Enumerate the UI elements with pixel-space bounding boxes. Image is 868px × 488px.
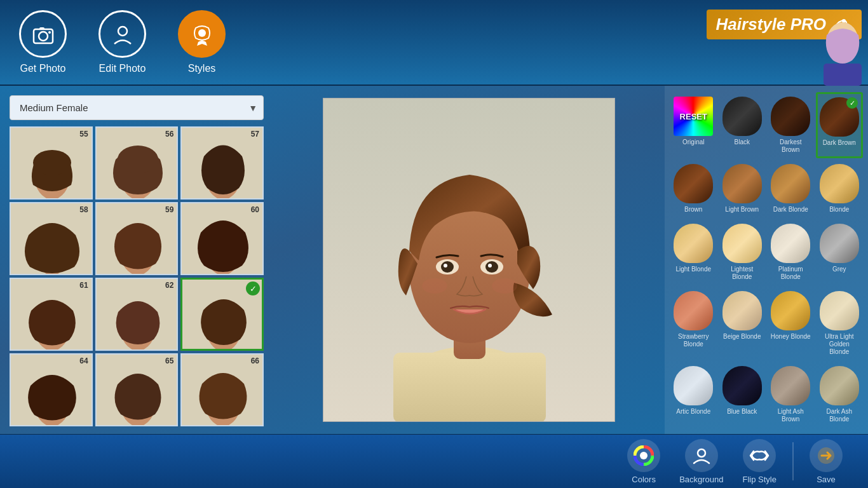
color-item-blonde[interactable]: Blonde	[816, 159, 864, 218]
styles-grid: 55 56 57	[10, 126, 264, 426]
svg-point-45	[488, 264, 492, 268]
style-item-62[interactable]: 62	[95, 278, 179, 351]
color-item-light-brown[interactable]: Light Brown	[719, 159, 766, 218]
style-item-58[interactable]: 58	[10, 202, 93, 275]
svg-point-5	[198, 29, 206, 37]
person-icon	[98, 10, 146, 58]
color-label-dark-ash-blonde: Dark Ash Blonde	[819, 408, 860, 423]
color-item-honey-blonde[interactable]: Honey Blonde	[767, 287, 815, 360]
color-swatch-ultra-light	[820, 291, 859, 330]
svg-point-49	[640, 452, 648, 459]
center-panel	[273, 86, 665, 434]
color-swatch-honey-blonde	[771, 291, 810, 330]
edit-photo-label: Edit Photo	[99, 63, 146, 74]
color-swatch-black	[722, 97, 762, 136]
colors-icon	[627, 439, 660, 472]
get-photo-label: Get Photo	[20, 63, 65, 74]
color-item-light-blonde[interactable]: Light Blonde	[670, 219, 717, 285]
color-swatch-artic-blonde	[674, 366, 713, 405]
logo-area: Hairstyle PRO	[690, 0, 868, 86]
color-label-light-blonde: Light Blonde	[675, 266, 711, 273]
color-swatch-dark-ash-blonde	[820, 366, 859, 405]
color-grid: RESET Original Black Darkest Brown Dark …	[670, 92, 863, 428]
color-item-dark-brown[interactable]: Dark Brown	[816, 92, 864, 158]
nav-get-photo[interactable]: Get Photo	[19, 10, 67, 74]
color-swatch-blue-black	[722, 366, 762, 405]
color-label-black: Black	[735, 139, 750, 146]
color-item-dark-ash-blonde[interactable]: Dark Ash Blonde	[816, 362, 864, 428]
color-item-lightest-blonde[interactable]: Lightest Blonde	[719, 219, 766, 285]
color-label-light-brown: Light Brown	[725, 206, 759, 214]
color-swatch-dark-blonde	[771, 164, 810, 203]
save-button[interactable]: Save	[810, 439, 843, 484]
color-item-darkest-brown[interactable]: Darkest Brown	[767, 92, 815, 158]
color-swatch-grey	[820, 224, 859, 263]
style-item-55[interactable]: 55	[10, 126, 93, 200]
bottom-bar: Colors Background Flip Style	[0, 434, 868, 488]
style-item-60[interactable]: 60	[180, 202, 264, 275]
nav-styles[interactable]: Styles	[178, 10, 226, 74]
color-swatch-brown	[674, 164, 713, 203]
svg-point-47	[492, 278, 517, 294]
background-button[interactable]: Background	[679, 439, 723, 484]
flip-style-button[interactable]: Flip Style	[743, 439, 776, 484]
color-swatch-blonde	[820, 164, 859, 203]
svg-point-44	[444, 264, 447, 268]
color-item-original[interactable]: RESET Original	[670, 92, 717, 158]
style-category-dropdown[interactable]: Medium Female Short Female Long Female S…	[10, 95, 264, 120]
color-swatch-light-ash-brown	[771, 366, 810, 405]
color-label-strawberry-blonde: Strawberry Blonde	[673, 333, 714, 348]
nav-edit-photo[interactable]: Edit Photo	[98, 10, 146, 74]
style-item-56[interactable]: 56	[95, 126, 179, 200]
style-item-66[interactable]: 66	[180, 353, 264, 426]
color-item-grey[interactable]: Grey	[816, 219, 864, 285]
color-item-brown[interactable]: Brown	[670, 159, 717, 218]
color-item-strawberry-blonde[interactable]: Strawberry Blonde	[670, 287, 717, 360]
style-item-57[interactable]: 57	[180, 126, 264, 200]
selected-check-icon: ✓	[246, 281, 260, 295]
style-item-59[interactable]: 59	[95, 202, 179, 275]
save-icon	[810, 439, 843, 472]
background-icon	[685, 439, 718, 472]
color-item-dark-blonde[interactable]: Dark Blonde	[767, 159, 815, 218]
svg-rect-8	[824, 64, 862, 86]
color-item-platinum-blonde[interactable]: Platinum Blonde	[767, 219, 815, 285]
background-label: Background	[679, 475, 723, 484]
color-swatch-original: RESET	[674, 97, 713, 136]
color-swatch-platinum-blonde	[771, 224, 810, 263]
svg-rect-37	[393, 353, 546, 422]
color-swatch-lightest-blonde	[722, 224, 762, 263]
colors-button[interactable]: Colors	[627, 439, 660, 484]
color-item-artic-blonde[interactable]: Artic Blonde	[670, 362, 717, 428]
style-item-65[interactable]: 65	[95, 353, 179, 426]
photo-preview	[323, 98, 615, 422]
svg-point-41	[441, 261, 454, 273]
flip-style-icon	[743, 439, 776, 472]
svg-point-46	[422, 278, 447, 294]
colors-label: Colors	[632, 475, 656, 484]
color-swatch-strawberry-blonde	[674, 291, 713, 330]
flip-style-label: Flip Style	[743, 475, 776, 484]
style-item-64[interactable]: 64	[10, 353, 93, 426]
color-item-blue-black[interactable]: Blue Black	[719, 362, 766, 428]
color-label-honey-blonde: Honey Blonde	[771, 333, 811, 341]
color-label-artic-blonde: Artic Blonde	[676, 408, 710, 416]
color-label-original: Original	[682, 139, 704, 146]
color-label-lightest-blonde: Lightest Blonde	[722, 266, 763, 281]
color-label-darkest-brown: Darkest Brown	[770, 139, 811, 154]
style-category-dropdown-container: Medium Female Short Female Long Female S…	[10, 95, 264, 120]
color-item-beige-blonde[interactable]: Beige Blonde	[719, 287, 766, 360]
style-item-63[interactable]: ✓	[180, 278, 264, 351]
color-label-platinum-blonde: Platinum Blonde	[770, 266, 811, 281]
color-item-light-ash-brown[interactable]: Light Ash Brown	[767, 362, 815, 428]
header: Get Photo Edit Photo Styles Hairstyle PR…	[0, 0, 868, 86]
color-label-grey: Grey	[832, 266, 846, 273]
preview-illustration	[323, 98, 615, 422]
svg-point-4	[118, 27, 127, 36]
color-label-beige-blonde: Beige Blonde	[723, 333, 761, 341]
svg-point-11	[33, 150, 71, 175]
style-item-61[interactable]: 61	[10, 278, 93, 351]
color-item-black[interactable]: Black	[719, 92, 766, 158]
color-item-ultra-light[interactable]: Ultra Light Golden Blonde	[816, 287, 864, 360]
main-content: Medium Female Short Female Long Female S…	[0, 86, 868, 434]
